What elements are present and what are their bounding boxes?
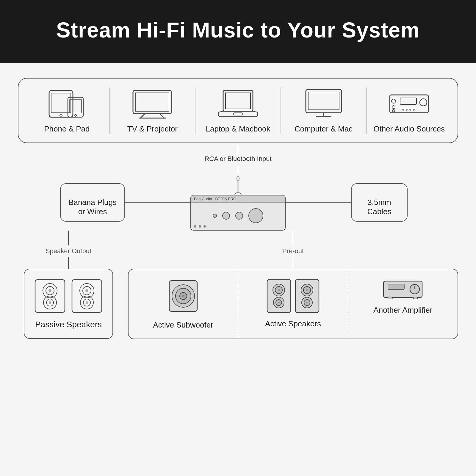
svg-point-28	[413, 109, 415, 111]
svg-point-30	[237, 177, 239, 180]
active-subwoofer-item: Active Subwoofer	[129, 269, 238, 339]
amp-brand-label: Fosi Audio BT20A PRO	[191, 195, 285, 203]
svg-point-27	[409, 109, 411, 111]
preout-col: Pre-out Active Subwoofer	[128, 231, 458, 339]
svg-point-20	[392, 99, 396, 103]
phone-pad-icon	[46, 87, 88, 120]
source-computer: Computer & Mac	[281, 87, 366, 134]
svg-rect-11	[223, 90, 253, 111]
svg-point-23	[420, 99, 427, 106]
amp-bottom-dots	[194, 225, 206, 228]
amp-bass-knob	[235, 212, 243, 220]
amp-controls	[213, 202, 263, 223]
source-tv-label: TV & Projector	[127, 124, 178, 134]
active-speakers-icon	[266, 278, 320, 314]
svg-point-65	[306, 302, 308, 303]
main-content: Phone & Pad TV & Projector	[0, 63, 476, 354]
svg-point-55	[278, 289, 280, 291]
svg-point-39	[49, 301, 51, 304]
subwoofer-icon	[167, 278, 200, 315]
banana-plugs-box: Banana Plugs or Wires	[60, 183, 125, 222]
svg-rect-19	[400, 98, 416, 104]
svg-point-62	[306, 289, 308, 291]
svg-rect-15	[308, 92, 339, 110]
left-connector-group: Banana Plugs or Wires	[18, 183, 190, 222]
svg-point-58	[278, 302, 280, 303]
line-preout-to-box	[293, 257, 293, 269]
35mm-cables-label: 3.5mm Cables	[367, 198, 392, 216]
svg-point-25	[402, 109, 404, 111]
amp-volume-knob	[248, 208, 263, 223]
svg-point-26	[406, 109, 408, 111]
svg-point-2	[60, 115, 62, 117]
svg-point-5	[75, 115, 76, 116]
svg-point-21	[392, 106, 395, 109]
svg-line-9	[160, 114, 164, 118]
svg-rect-71	[413, 297, 418, 299]
source-laptop-label: Laptop & Macbook	[206, 124, 270, 134]
line-label-to-amp	[238, 165, 238, 174]
subwoofer-label: Active Subwoofer	[153, 320, 213, 330]
bottom-row: Speaker Output	[18, 231, 458, 339]
another-amp-icon	[382, 278, 424, 300]
svg-rect-0	[49, 90, 73, 117]
right-connector-group: 3.5mm Cables	[286, 183, 458, 222]
line-to-preout-label	[293, 231, 293, 245]
page-title: Stream Hi-Fi Music to Your System	[6, 18, 470, 42]
passive-speakers-icon	[34, 278, 103, 314]
svg-point-43	[85, 289, 88, 292]
svg-line-31	[234, 192, 238, 194]
line-amp-to-35mm	[286, 202, 351, 203]
svg-rect-14	[306, 90, 342, 113]
svg-rect-12	[226, 93, 250, 109]
line-to-speaker-output	[68, 231, 69, 245]
svg-rect-13	[234, 113, 242, 115]
computer-icon	[303, 87, 345, 120]
speaker-output-label: Speaker Output	[46, 247, 91, 255]
svg-rect-6	[133, 90, 172, 114]
active-speakers-label: Active Speakers	[265, 319, 321, 328]
pre-out-section: Active Subwoofer	[128, 269, 458, 339]
source-phone-pad-label: Phone & Pad	[44, 124, 90, 134]
banana-plugs-label: Banana Plugs or Wires	[68, 198, 117, 216]
another-amplifier-item: Another Amplifier	[348, 269, 458, 339]
pre-out-label: Pre-out	[282, 247, 304, 255]
source-computer-label: Computer & Mac	[295, 124, 353, 134]
source-laptop: Laptop & Macbook	[195, 87, 281, 134]
svg-point-36	[48, 289, 51, 292]
other-audio-icon	[388, 87, 430, 120]
another-amp-label: Another Amplifier	[373, 306, 432, 315]
sources-container: Phone & Pad TV & Projector	[18, 78, 458, 143]
svg-line-32	[238, 192, 242, 194]
passive-speakers-col: Speaker Output	[18, 231, 119, 339]
laptop-icon	[217, 87, 259, 120]
tv-icon	[131, 87, 173, 120]
line-banana-to-amp	[125, 202, 190, 203]
svg-rect-70	[388, 297, 392, 299]
svg-point-51	[182, 295, 184, 297]
amplifier-row: Banana Plugs or Wires Fosi Audio BT20A P…	[18, 174, 458, 231]
source-phone-pad: Phone & Pad	[24, 87, 109, 134]
svg-point-22	[392, 109, 395, 112]
antenna-icon	[232, 174, 244, 195]
35mm-cables-box: 3.5mm Cables	[351, 183, 408, 222]
svg-line-8	[140, 114, 145, 118]
header: Stream Hi-Fi Music to Your System	[0, 0, 476, 63]
passive-speakers-label: Passive Speakers	[35, 320, 102, 329]
svg-point-46	[86, 301, 88, 304]
line-sources-to-label	[238, 143, 238, 155]
active-speakers-item: Active Speakers	[238, 269, 347, 339]
passive-speakers-box: Passive Speakers	[24, 269, 113, 339]
svg-rect-67	[388, 284, 404, 289]
source-other: Other Audio Sources	[366, 87, 452, 134]
svg-rect-3	[68, 97, 83, 117]
rca-label: RCA or Bluetooth Input	[204, 155, 271, 163]
amp-power-led	[213, 214, 217, 218]
svg-rect-7	[136, 93, 169, 111]
source-tv: TV & Projector	[109, 87, 195, 134]
amp-treble-knob	[222, 212, 230, 220]
line-speaker-output-to-box	[68, 257, 69, 269]
amplifier-device-group: Fosi Audio BT20A PRO	[190, 174, 286, 231]
source-other-label: Other Audio Sources	[373, 124, 445, 134]
amplifier-body: Fosi Audio BT20A PRO	[190, 195, 286, 231]
